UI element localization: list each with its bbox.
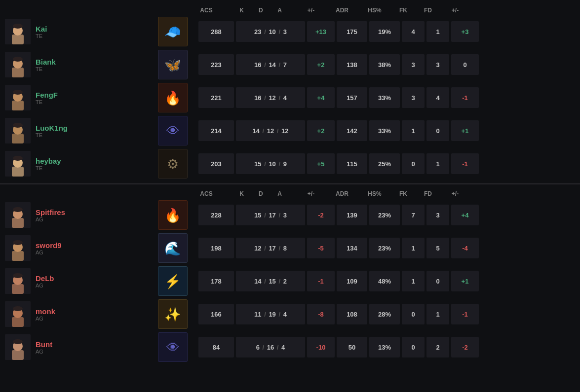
hs-box: 13% (369, 337, 400, 357)
svg-text:🔥: 🔥 (164, 90, 181, 106)
avatar (5, 151, 31, 177)
avatar (5, 235, 31, 261)
player-team: TE (36, 33, 47, 39)
acs-value: 221 (211, 94, 222, 102)
kda-value: 14 / 15 / 2 (254, 278, 287, 285)
avatar-svg (5, 52, 31, 77)
agent-icon: 🔥 (158, 83, 188, 112)
svg-point-45 (13, 273, 23, 278)
table-row: LuoK1ng TE 👁 214 14 / 12 / 12 (0, 115, 580, 146)
pm2-value: -1 (462, 94, 468, 102)
kda-box: 15 / 10 / 9 (236, 153, 305, 174)
stat-pm: +5 (307, 153, 335, 174)
table-row: heybay TE ⚙ 203 15 / 10 / 9 (0, 148, 580, 179)
fd-box: 4 (426, 87, 449, 108)
agent-portrait: 🧢 (158, 17, 187, 46)
agent-icon: ✨ (158, 299, 188, 329)
stat-pm2: +4 (451, 205, 479, 225)
adr-box: 138 (337, 54, 367, 75)
fk-box: 3 (402, 54, 425, 75)
stat-hs: 48% (369, 271, 400, 291)
agent-portrait: 👁 (158, 116, 187, 145)
player-name-block: LuoK1ng TE (36, 124, 68, 138)
stat-pm2: -1 (451, 153, 479, 174)
kda-value: 12 / 17 / 8 (254, 245, 287, 252)
stat-acs: 84 (198, 337, 234, 357)
player-name: Bunt (36, 340, 52, 349)
hs-value: 23% (378, 212, 391, 219)
fk-box: 0 (402, 337, 425, 357)
adr-value: 134 (347, 245, 357, 252)
avatar-svg (5, 334, 31, 360)
stats-area: 223 16 / 14 / 7 +2 138 (197, 54, 580, 75)
adr-value: 108 (347, 311, 357, 318)
svg-rect-55 (12, 350, 24, 360)
stat-fd: 0 (426, 271, 449, 291)
svg-point-27 (13, 156, 23, 161)
team-te-section: ACS K D A +/- ADR HS% FK FD +/- (0, 5, 580, 179)
pm2-value: -4 (462, 245, 468, 252)
stat-adr: 50 (337, 337, 367, 357)
pm2-value: -2 (462, 344, 468, 351)
fk-value: 0 (411, 311, 415, 318)
adr-box: 115 (337, 153, 367, 174)
hs-value: 33% (378, 94, 391, 102)
stats-area: 166 11 / 19 / 4 -8 108 (197, 304, 580, 324)
pm2-box: -1 (451, 153, 479, 174)
stat-acs: 198 (198, 238, 234, 258)
adr-box: 157 (337, 87, 367, 108)
kda-value: 14 / 12 / 12 (252, 127, 288, 135)
agent-icon: ⚡ (158, 266, 188, 296)
agent-icon: 🧢 (158, 17, 188, 46)
pm-box: -5 (307, 238, 335, 258)
svg-text:🧢: 🧢 (164, 24, 181, 40)
stat-adr: 142 (337, 120, 367, 141)
stat-adr: 175 (337, 21, 367, 42)
player-name-block: heybay TE (36, 157, 61, 171)
stat-fk: 0 (402, 153, 425, 174)
stat-kda: 6 / 16 / 4 (236, 337, 305, 357)
pm-value: +2 (317, 61, 325, 69)
player-info: DeLb AG (0, 268, 128, 294)
pm2-value: +1 (462, 127, 469, 135)
fd-value: 2 (436, 344, 439, 351)
stat-kda: 12 / 17 / 8 (236, 238, 305, 258)
acs-box: 223 (198, 54, 234, 75)
agent-icon: 👁 (158, 332, 188, 362)
stat-fk: 0 (402, 304, 425, 324)
avatar-svg (5, 301, 31, 327)
stat-hs: 33% (369, 120, 400, 141)
adr-value: 138 (347, 61, 357, 69)
acs-box: 198 (198, 238, 234, 258)
pm-value: +13 (315, 28, 326, 36)
stat-fk: 1 (402, 238, 425, 258)
stat-fd: 3 (426, 205, 449, 225)
pm2-box: +3 (451, 21, 479, 42)
stat-hs: 33% (369, 87, 400, 108)
pm-value: -10 (316, 344, 326, 351)
hs-value: 25% (378, 160, 391, 168)
stat-fk: 3 (402, 87, 425, 108)
stat-pm: +13 (307, 21, 335, 42)
svg-point-3 (13, 24, 23, 29)
header-adr-2: ADR (327, 190, 357, 197)
svg-point-9 (13, 57, 23, 62)
agent-portrait: 🔥 (158, 200, 187, 230)
pm2-box: -1 (451, 304, 479, 324)
pm-box: -8 (307, 304, 335, 324)
stat-adr: 108 (337, 304, 367, 324)
stat-fk: 0 (402, 337, 425, 357)
fd-value: 1 (436, 311, 439, 318)
player-team: TE (36, 66, 56, 72)
table-row: Kai TE 🧢 288 23 / 10 / 3 (0, 16, 580, 47)
svg-rect-37 (12, 251, 24, 261)
fd-value: 3 (436, 212, 439, 219)
svg-text:⚙: ⚙ (167, 157, 179, 172)
acs-value: 166 (211, 311, 222, 318)
adr-value: 142 (347, 127, 357, 135)
avatar (5, 19, 31, 44)
player-team: TE (36, 99, 58, 105)
acs-box: 214 (198, 120, 234, 141)
agent-portrait: ✨ (158, 299, 187, 329)
stat-pm: +4 (307, 87, 335, 108)
